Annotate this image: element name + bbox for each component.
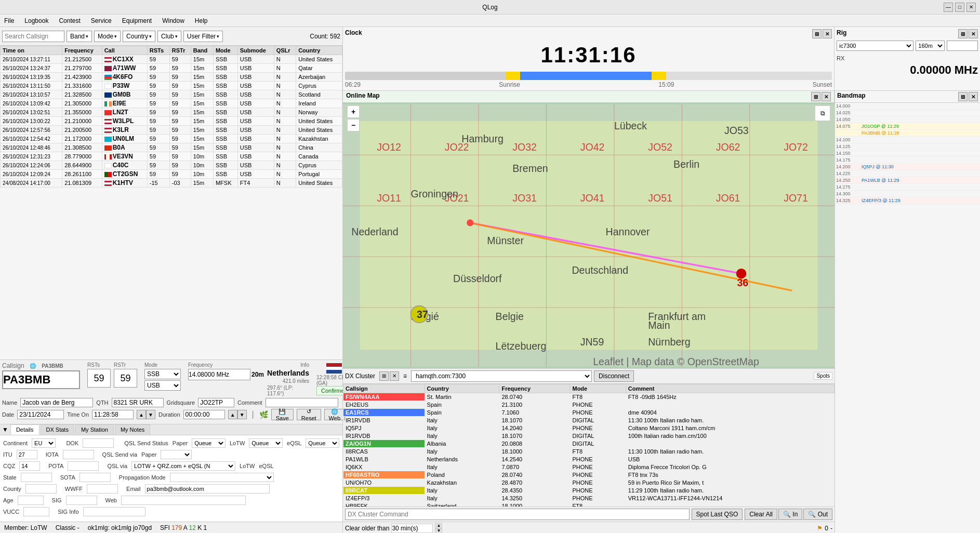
log-table-container[interactable]: Time on Frequency Call RSTs RSTr Band Mo… bbox=[0, 46, 342, 359]
minimize-button[interactable]: — bbox=[944, 3, 953, 12]
col-frequency[interactable]: Frequency bbox=[62, 46, 102, 55]
list-item[interactable]: IZ4EFP/3 Italy 14.3250 PHONE VR112-WCA13… bbox=[343, 494, 835, 502]
paper2-select[interactable] bbox=[161, 450, 192, 459]
menu-contest[interactable]: Contest bbox=[57, 16, 82, 25]
mode-select[interactable]: SSB bbox=[144, 369, 181, 379]
table-row[interactable]: 26/10/2024 12:54:42 21.172000 UN0LM 59 5… bbox=[1, 135, 342, 143]
dxcol-mode[interactable]: Mode bbox=[570, 384, 626, 393]
table-row[interactable]: 26/10/2024 12:31:23 28.779000 VE3VN 59 5… bbox=[1, 152, 342, 161]
menu-service[interactable]: Service bbox=[89, 16, 114, 25]
list-item[interactable]: PA1WLB Netherlands 14.2540 PHONE USB bbox=[343, 455, 835, 463]
menu-help[interactable]: Help bbox=[193, 16, 210, 25]
band-dropdown[interactable]: Band bbox=[67, 31, 92, 42]
name-field[interactable] bbox=[20, 398, 93, 407]
table-row[interactable]: 24/08/2024 14:17:00 21.081309 K1HTV -15 … bbox=[1, 179, 342, 188]
col-submode[interactable]: Submode bbox=[237, 46, 274, 55]
club-dropdown[interactable]: Club bbox=[157, 31, 181, 42]
tab-dx-stats[interactable]: DX Stats bbox=[41, 424, 74, 435]
list-item[interactable]: EH2EUS Spain 21.3100 PHONE bbox=[343, 401, 835, 408]
qth-field[interactable] bbox=[112, 398, 164, 407]
bandmap-content[interactable]: 14.000 14.025 14.050 14.075 JO1OSP @ 11:… bbox=[835, 103, 980, 533]
prop-mode-select[interactable] bbox=[170, 473, 274, 482]
list-item[interactable]: II8RCAS Italy 18.1000 FT8 11:30 100th It… bbox=[343, 447, 835, 455]
country-dropdown[interactable]: Country bbox=[123, 31, 155, 42]
state-field[interactable] bbox=[21, 473, 52, 482]
menu-window[interactable]: Window bbox=[160, 16, 187, 25]
bandmap-settings-btn[interactable]: ⊞ bbox=[958, 92, 968, 101]
gridsquare-field[interactable] bbox=[198, 398, 234, 407]
rig-close-btn[interactable]: ✕ bbox=[969, 29, 978, 38]
menu-file[interactable]: File bbox=[2, 16, 16, 25]
rig-settings-btn[interactable]: ⊞ bbox=[958, 29, 968, 38]
list-item[interactable]: IR1RVDB Italy 18.1070 DIGITAL 100th Ital… bbox=[343, 432, 835, 439]
list-item[interactable]: FS/WN4AAA St. Martin 28.0740 FT8 FT8 -09… bbox=[343, 393, 835, 401]
tab-details[interactable]: Details bbox=[10, 424, 39, 435]
list-item[interactable]: UN/OH7O Kazakhstan 28.4870 PHONE 59 in P… bbox=[343, 478, 835, 486]
list-item[interactable]: ZA/OG1N Albania 20.0808 DIGITAL bbox=[343, 439, 835, 447]
rig-mode-input[interactable] bbox=[947, 41, 978, 51]
collapse-arrow[interactable]: ▼ bbox=[0, 425, 10, 434]
time-on-field[interactable] bbox=[92, 410, 134, 419]
list-item[interactable]: IR1RVDB Italy 18.1070 DIGITAL 11:30 100t… bbox=[343, 416, 835, 424]
col-qslr[interactable]: QSLr bbox=[274, 46, 296, 55]
table-row[interactable]: 26/10/2024 13:27:11 21.212500 KC1XX 59 5… bbox=[1, 55, 342, 64]
iota-field[interactable] bbox=[63, 450, 94, 459]
sig-field[interactable] bbox=[66, 496, 97, 505]
paper-select[interactable]: Queue bbox=[192, 438, 226, 448]
col-time-on[interactable]: Time on bbox=[1, 46, 62, 55]
clear-older-up[interactable]: ▲ bbox=[435, 523, 442, 528]
list-item[interactable]: IQ6KX Italy 7.0870 PHONE Diploma Frecce … bbox=[343, 463, 835, 471]
callsign-field[interactable] bbox=[2, 370, 80, 389]
clear-all-button[interactable]: Clear All bbox=[745, 509, 777, 520]
continent-select[interactable]: EU bbox=[32, 438, 56, 448]
reset-button[interactable]: ↺ Reset bbox=[297, 409, 321, 420]
web-button[interactable]: 🌐 Web bbox=[324, 409, 345, 420]
dxcluster-close-btn[interactable]: ✕ bbox=[390, 371, 399, 381]
tab-my-notes[interactable]: My Notes bbox=[115, 424, 150, 435]
table-row[interactable]: 26/10/2024 13:24:37 21.279700 A71WW 59 5… bbox=[1, 64, 342, 73]
disconnect-button[interactable]: Disconnect bbox=[594, 370, 634, 382]
dxcluster-settings-btn[interactable]: ⊞ bbox=[379, 371, 389, 381]
list-item[interactable]: IQ5PJ Italy 14.2040 PHONE Coltano Marcon… bbox=[343, 424, 835, 432]
dxcluster-server-select[interactable]: hamqth.com:7300 bbox=[411, 370, 592, 382]
date-field[interactable] bbox=[17, 410, 64, 419]
map-layer-btn[interactable]: ⧉ bbox=[815, 105, 830, 121]
frequency-field[interactable] bbox=[188, 369, 250, 380]
dxcol-country[interactable]: Country bbox=[425, 384, 499, 393]
sota-field[interactable] bbox=[80, 473, 111, 482]
map-settings-btn[interactable]: ⊞ bbox=[811, 92, 820, 101]
age-field[interactable] bbox=[18, 496, 44, 505]
maximize-button[interactable]: □ bbox=[955, 3, 964, 12]
submode-select[interactable]: USB bbox=[144, 380, 181, 391]
wwff-field[interactable] bbox=[87, 484, 118, 494]
table-row[interactable]: 26/10/2024 12:24:06 28.644900 C40C 59 59… bbox=[1, 161, 342, 170]
clock-settings-btn[interactable]: ⊞ bbox=[812, 29, 822, 38]
web-field[interactable] bbox=[121, 496, 246, 505]
email-field[interactable] bbox=[145, 484, 270, 494]
rsts-field[interactable] bbox=[87, 369, 111, 388]
comment-field[interactable] bbox=[266, 398, 338, 407]
col-call[interactable]: Call bbox=[102, 46, 147, 55]
list-item[interactable]: HF60ASTRO Poland 28.0740 PHONE FT8 tnx 7… bbox=[343, 471, 835, 478]
table-row[interactable]: 26/10/2024 13:10:57 21.328500 GM0B 59 59… bbox=[1, 90, 342, 99]
dxcluster-table-container[interactable]: Callsign Country Frequency Mode Comment … bbox=[343, 384, 835, 507]
clear-older-down[interactable]: ▼ bbox=[435, 528, 442, 533]
table-row[interactable]: 26/10/2024 13:00:22 21.210000 W3LPL 59 5… bbox=[1, 117, 342, 126]
bandmap-close-btn[interactable]: ✕ bbox=[969, 92, 978, 101]
sig-info-field[interactable] bbox=[83, 507, 145, 516]
dxcol-frequency[interactable]: Frequency bbox=[499, 384, 570, 393]
qsl-via-select[interactable]: LOTW + QRZ.com + eQSL (N bbox=[131, 461, 235, 471]
table-row[interactable]: 26/10/2024 12:57:56 21.200500 K3LR 59 59… bbox=[1, 126, 342, 135]
rig-select[interactable]: ic7300 bbox=[837, 41, 913, 51]
pota-field[interactable] bbox=[68, 461, 99, 471]
time-down-btn[interactable]: ▼ bbox=[146, 410, 155, 419]
clock-close-btn[interactable]: ✕ bbox=[823, 29, 832, 38]
in-button[interactable]: 🔍 In bbox=[778, 509, 802, 520]
close-button[interactable]: ✕ bbox=[966, 3, 976, 12]
dur-down-btn[interactable]: ▼ bbox=[237, 410, 247, 419]
county-field[interactable] bbox=[25, 484, 57, 494]
rstr-field[interactable] bbox=[114, 369, 137, 388]
vucc-field[interactable] bbox=[23, 507, 49, 516]
out-button[interactable]: 🔍 Out bbox=[803, 509, 832, 520]
save-button[interactable]: 💾 Save bbox=[271, 409, 294, 420]
